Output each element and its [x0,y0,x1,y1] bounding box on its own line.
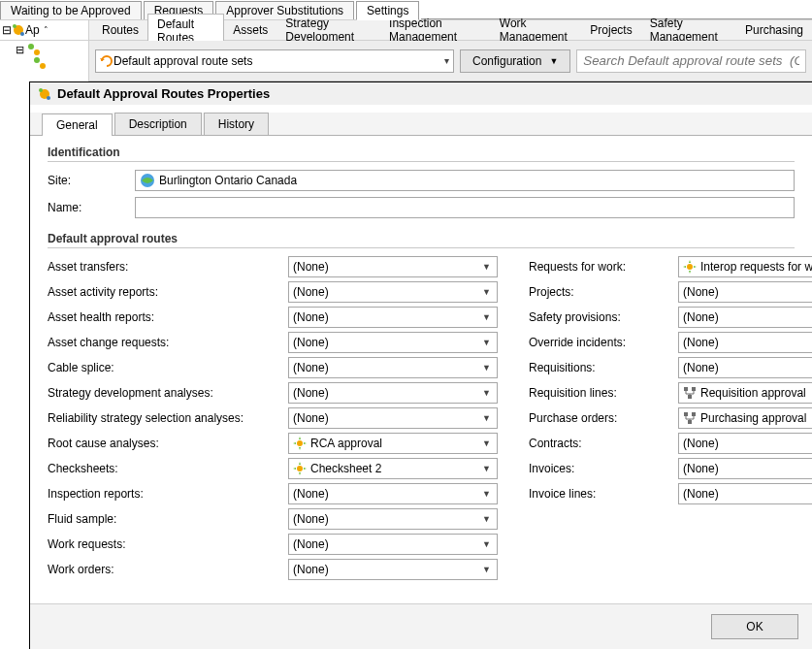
left-10-combo[interactable]: (None) ▼ [288,508,498,530]
tab-description[interactable]: Description [114,113,202,135]
route-set-dropdown[interactable]: Default approval route sets ▾ [95,49,454,73]
field-label: Asset transfers: [48,260,288,274]
tab-assets[interactable]: Assets [224,20,276,40]
left-0-value: (None) [293,260,478,274]
right-3-value: (None) [683,336,812,349]
route-icon [27,43,41,56]
dialog-title-bar: Default Approval Routes Properties [30,82,812,105]
left-1-combo[interactable]: (None) ▼ [288,281,498,303]
tab-general[interactable]: General [42,114,113,136]
chevron-down-icon: ▼ [482,565,493,574]
left-8-combo[interactable]: Checksheet 2 ▼ [288,458,498,479]
right-5-value: Requisition approval [700,386,812,400]
right-7-combo[interactable]: (None) ▼ [678,433,812,454]
tab-projects[interactable]: Projects [581,20,640,40]
orange-arrow-icon [100,54,114,68]
left-2-combo[interactable]: (None) ▼ [288,307,498,328]
svg-rect-16 [692,412,696,416]
name-field[interactable] [135,197,795,218]
tab-waiting[interactable]: Waiting to be Approved [0,1,142,19]
svg-rect-17 [688,420,692,424]
left-7-combo[interactable]: RCA approval ▼ [288,433,498,454]
chevron-down-icon: ▼ [482,388,493,398]
left-11-combo[interactable]: (None) ▼ [288,534,498,555]
gear-icon [293,462,307,475]
left-11-value: (None) [293,537,478,551]
left-2-value: (None) [293,310,478,324]
tree-icon [683,411,697,425]
ok-button[interactable]: OK [711,614,798,639]
globe-icon [140,173,155,188]
right-8-combo[interactable]: (None) ▼ [678,458,812,479]
chevron-down-icon: ▼ [482,287,493,297]
left-6-value: (None) [293,411,478,425]
field-label: Asset change requests: [48,336,288,349]
svg-point-8 [39,88,43,92]
chevron-down-icon: ▼ [482,464,493,473]
tree-minus-icon[interactable]: ⊟ [16,44,24,56]
left-4-value: (None) [293,361,478,374]
tree-root-row[interactable]: ⊟ Ap ˄ [0,20,89,41]
right-2-value: (None) [683,310,812,324]
site-field[interactable]: Burlington Ontario Canada [135,170,795,191]
site-value: Burlington Ontario Canada [159,174,297,187]
svg-point-3 [28,44,34,49]
tab-purchasing[interactable]: Purchasing [736,20,812,40]
left-5-combo[interactable]: (None) ▼ [288,382,498,404]
svg-point-6 [40,63,46,69]
field-label: Safety provisions: [529,310,678,324]
field-label: Checksheets: [48,462,288,475]
tab-routes[interactable]: Routes [93,20,147,40]
right-1-combo[interactable]: (None) ▼ [678,281,812,303]
configuration-button[interactable]: Configuration ▼ [460,49,570,73]
right-9-value: (None) [683,487,812,501]
default-routes-header: Default approval routes [48,232,795,248]
right-0-combo[interactable]: Interop requests for work ▼ [678,256,812,277]
left-12-value: (None) [293,563,478,576]
left-3-combo[interactable]: (None) ▼ [288,332,498,353]
left-1-value: (None) [293,285,478,299]
right-3-combo[interactable]: (None) ▼ [678,332,812,353]
right-0-value: Interop requests for work [700,260,812,274]
right-4-combo[interactable]: (None) ▼ [678,357,812,378]
chevron-down-icon: ▼ [482,262,493,272]
svg-rect-12 [684,387,688,391]
field-label: Asset health reports: [48,310,288,324]
right-8-value: (None) [683,462,812,475]
field-label: Inspection reports: [48,487,288,501]
right-1-value: (None) [683,285,812,299]
left-3-value: (None) [293,336,478,349]
gear-icon [683,260,697,274]
left-4-combo[interactable]: (None) ▼ [288,357,498,378]
left-0-combo[interactable]: (None) ▼ [288,256,498,277]
left-6-combo[interactable]: (None) ▼ [288,407,498,429]
right-5-combo[interactable]: Requisition approval ▼ [678,382,812,404]
field-label: Purchase orders: [529,411,678,425]
svg-point-11 [687,264,693,270]
tree-minus-icon[interactable]: ⊟ [2,23,12,37]
field-label: Contracts: [529,437,678,450]
left-12-combo[interactable]: (None) ▼ [288,559,498,580]
tab-settings[interactable]: Settings [356,1,419,20]
right-2-combo[interactable]: (None) ▼ [678,307,812,328]
field-label: Work requests: [48,537,288,551]
left-9-value: (None) [293,487,478,501]
dialog-tabstrip: General Description History [30,113,812,136]
left-8-value: Checksheet 2 [310,462,478,475]
search-input[interactable] [576,49,806,73]
chevron-down-icon: ▼ [482,438,493,448]
tree-children: ⊟ [0,41,89,81]
left-5-value: (None) [293,386,478,400]
module-tabstrip: Routes Default Routes Assets Strategy De… [89,20,812,41]
svg-point-9 [47,96,50,100]
left-9-combo[interactable]: (None) ▼ [288,483,498,504]
configuration-button-label: Configuration [472,54,541,68]
right-6-combo[interactable]: Purchasing approval ▼ [678,407,812,429]
right-9-combo[interactable]: (None) ▼ [678,483,812,504]
field-label: Fluid sample: [48,512,288,526]
right-7-value: (None) [683,437,812,450]
tree-chevron-icon: ˄ [44,25,49,35]
tab-history[interactable]: History [204,113,269,135]
properties-dialog: Default Approval Routes Properties Gener… [29,81,812,649]
chevron-down-icon: ▼ [549,56,558,66]
